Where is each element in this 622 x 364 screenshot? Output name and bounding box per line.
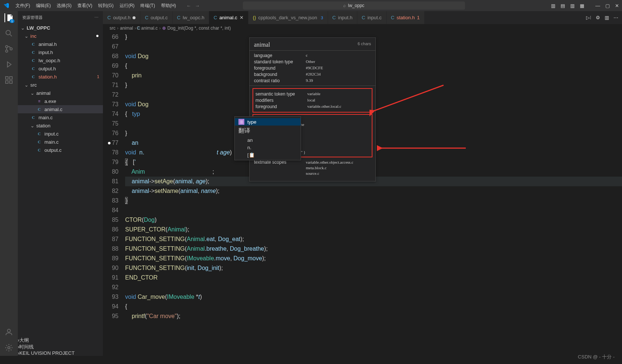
tree-file-selected[interactable]: Canimal.c <box>18 105 103 113</box>
svg-rect-5 <box>10 77 12 79</box>
breadcrumb[interactable]: src› animal› CC animal.c› ⊕Dog_init(Dog … <box>103 24 622 32</box>
timeline-section[interactable]: ›时间线 <box>18 344 103 350</box>
tree-file[interactable]: Cinput.c <box>18 130 103 138</box>
tree-file[interactable]: Cstation.h1 <box>18 73 103 81</box>
suggest-item[interactable]: n. <box>235 144 301 151</box>
svg-rect-6 <box>6 81 8 83</box>
tree-file[interactable]: Cmain.c <box>18 113 103 121</box>
activity-bar: 1 <box>0 11 18 356</box>
menu-item[interactable]: 选择(S) <box>54 3 74 9</box>
layout-right-icon[interactable]: ▥ <box>570 3 575 9</box>
hover-title: animal <box>254 41 270 48</box>
tree-file[interactable]: Coutput.c <box>18 146 103 154</box>
accounts-icon[interactable] <box>4 328 13 337</box>
svg-point-3 <box>10 48 12 50</box>
search-icon: ⌕ <box>343 3 346 8</box>
editor-tab[interactable]: Coutput.h <box>103 11 140 24</box>
editor-tab[interactable]: Clw_oopc.h <box>173 11 209 24</box>
explorer-icon[interactable]: 1 <box>4 13 13 22</box>
title-bar: 文件(F)编辑(E)选择(S)查看(V)转到(G)运行(R)终端(T)帮助(H)… <box>0 0 622 11</box>
svg-point-0 <box>6 30 10 35</box>
svg-point-1 <box>6 46 8 48</box>
nav-back-icon[interactable]: ← <box>186 3 191 9</box>
editor-tab[interactable]: {}cpptools_dark_vs_new.json3 <box>248 11 328 24</box>
command-center[interactable]: ⌕ lw_oppc <box>243 1 465 10</box>
menu-item[interactable]: 转到(G) <box>95 3 116 9</box>
search-text: lw_oppc <box>348 3 364 8</box>
csdn-watermark: CSDN @ - 十分 - <box>578 354 615 360</box>
semantic-token-box: semantic token typevariablemodifiersloca… <box>253 88 372 113</box>
tree-file[interactable]: Coutput.h <box>18 64 103 73</box>
menu-item[interactable]: 编辑(E) <box>33 3 54 9</box>
tree-file[interactable]: Clw_oopc.h <box>18 56 103 64</box>
menu-item[interactable]: 运行(R) <box>117 3 138 9</box>
tab-bar: Coutput.hCoutput.cClw_oopc.hCanimal.c✕{}… <box>103 11 622 24</box>
tree-file[interactable]: Cmain.c <box>18 138 103 146</box>
tree-folder-animal[interactable]: ⌄animal <box>18 89 103 97</box>
suggest-item[interactable]: [📋 <box>235 151 301 158</box>
search-activity-icon[interactable] <box>4 29 13 38</box>
scm-icon[interactable] <box>4 44 13 53</box>
svg-point-8 <box>7 329 10 332</box>
editor-tab[interactable]: Cstation.h1 <box>387 11 425 24</box>
tree-file[interactable]: Cinput.h <box>18 48 103 56</box>
tab-more-icon[interactable]: ⋯ <box>613 15 618 20</box>
editor-tab[interactable]: Coutput.c <box>140 11 173 24</box>
tree-file[interactable]: ≡a.exe <box>18 97 103 105</box>
customize-layout-icon[interactable]: ▦ <box>580 3 584 9</box>
close-window-icon[interactable]: ✕ <box>615 3 619 9</box>
more-icon[interactable]: ⋯ <box>94 15 98 20</box>
explorer-sidebar: 资源管理器⋯ ⌄LW_OPPC ⌄inc Canimal.hCinput.hCl… <box>18 11 103 356</box>
sidebar-title: 资源管理器 <box>22 15 43 20</box>
menu-item[interactable]: 文件(F) <box>13 3 33 9</box>
outline-section[interactable]: ›大纲 <box>18 337 103 344</box>
tree-folder-station[interactable]: ⌄station <box>18 121 103 130</box>
file-tree[interactable]: ⌄LW_OPPC ⌄inc Canimal.hCinput.hClw_oopc.… <box>18 24 103 337</box>
hover-char-count: 6 chars <box>358 41 371 48</box>
translate-label: 翻译 <box>235 126 301 136</box>
close-tab-icon[interactable]: ✕ <box>240 15 244 20</box>
svg-rect-4 <box>6 77 8 79</box>
menu-item[interactable]: 查看(V) <box>74 3 95 9</box>
menu-bar: 文件(F)编辑(E)选择(S)查看(V)转到(G)运行(R)终端(T)帮助(H) <box>13 3 179 9</box>
nav-fwd-icon[interactable]: → <box>195 3 200 9</box>
editor-tab[interactable]: Cinput.h <box>328 11 357 24</box>
svg-point-2 <box>6 50 8 52</box>
minimize-icon[interactable]: — <box>595 3 600 9</box>
settings-gear-icon[interactable] <box>4 343 13 352</box>
svg-point-9 <box>8 347 10 349</box>
extensions-icon[interactable] <box>4 76 13 84</box>
svg-rect-7 <box>10 81 12 83</box>
dirty-dot-icon <box>96 35 98 37</box>
split-editor-icon[interactable]: ▥ <box>605 15 609 20</box>
nav-arrows: ← → <box>186 3 200 9</box>
debug-icon[interactable] <box>4 60 13 69</box>
layout-bottom-icon[interactable]: ▤ <box>561 3 565 9</box>
suggest-item[interactable]: an <box>235 136 301 144</box>
menu-item[interactable]: 终端(T) <box>137 3 158 9</box>
vscode-logo-icon <box>3 2 10 9</box>
keil-section[interactable]: ›KEIL UVISION PROJECT <box>18 350 103 356</box>
editor-tab[interactable]: Canimal.c✕ <box>209 11 248 24</box>
run-icon[interactable]: ▷⁝ <box>586 15 591 20</box>
tree-file[interactable]: Canimal.h <box>18 40 103 48</box>
dirty-dot-icon <box>133 16 136 19</box>
layout-left-icon[interactable]: ▥ <box>551 3 555 9</box>
editor-tab[interactable]: Cinput.c <box>357 11 387 24</box>
maximize-icon[interactable]: ▢ <box>605 3 610 9</box>
tree-root[interactable]: ⌄LW_OPPC <box>18 24 103 32</box>
suggest-item[interactable]: ☰type <box>235 118 301 126</box>
suggest-widget[interactable]: ☰type 翻译 an n. [📋 <box>234 116 301 160</box>
tab-gear-icon[interactable]: ⚙ <box>596 15 600 20</box>
tree-folder-inc[interactable]: ⌄inc <box>18 32 103 40</box>
editor-area: Coutput.hCoutput.cClw_oopc.hCanimal.c✕{}… <box>103 11 622 356</box>
tree-folder-src[interactable]: ⌄src <box>18 81 103 89</box>
menu-item[interactable]: 帮助(H) <box>158 3 179 9</box>
